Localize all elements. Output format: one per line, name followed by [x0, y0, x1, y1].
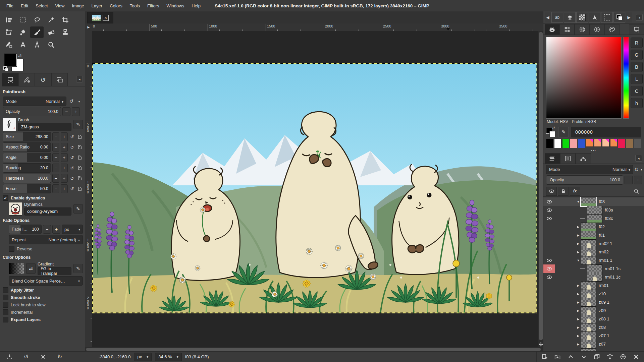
hardness-slider[interactable]: Hardness100.0	[3, 174, 51, 183]
opacity-slider[interactable]: Opacity 100.0	[3, 107, 61, 116]
dynamics-name-field[interactable]: coloring-Aryeom	[24, 207, 71, 216]
lock-brush-to-view-checkbox[interactable]	[3, 302, 8, 308]
menu-edit[interactable]: Edit	[17, 0, 32, 11]
size-slider[interactable]: Size298.00	[3, 132, 51, 141]
layer-row-rm01-1[interactable]: ▼rm01 1	[543, 256, 644, 264]
menu-select[interactable]: Select	[32, 0, 51, 11]
more-swatches-dots[interactable]: •••	[543, 148, 644, 153]
repeat-select[interactable]: Repeat None (extend)▾	[9, 235, 83, 244]
save-preset-icon[interactable]	[5, 353, 13, 361]
layer-thumbnail[interactable]	[581, 306, 596, 315]
vertical-ruler[interactable]: 0500100015002000	[85, 31, 92, 347]
alignment-tool[interactable]	[2, 14, 15, 25]
layer-row-rm02[interactable]: ▶rm02	[543, 248, 644, 256]
visibility-header-icon[interactable]	[546, 187, 557, 196]
menu-layer[interactable]: Layer	[88, 0, 106, 11]
layer-thumbnail[interactable]	[581, 331, 596, 340]
channel-button-R[interactable]: R	[631, 38, 643, 48]
reverse-checkbox[interactable]	[9, 246, 14, 252]
add-mask-button[interactable]	[619, 353, 628, 361]
scroll-right-icon[interactable]: ▶	[626, 12, 632, 22]
aspect-ratio-link-icon[interactable]	[76, 143, 83, 151]
layer-thumbnail[interactable]	[581, 281, 596, 290]
g radient-flip-icon[interactable]: ⇄	[26, 263, 36, 274]
fade-length-slider[interactable]: Fade l… 100	[9, 225, 42, 234]
layer-thumbnail[interactable]	[581, 256, 596, 265]
history-swatch[interactable]	[634, 139, 641, 148]
angle-decrement-button[interactable]: −	[52, 153, 59, 162]
layer-row-f02[interactable]: ▶f02	[543, 223, 644, 231]
horizontal-scrollbar-thumb[interactable]	[86, 348, 541, 351]
tab-cmyk[interactable]	[560, 24, 575, 35]
history-swatch[interactable]	[562, 139, 570, 148]
channel-button-B[interactable]: B	[631, 62, 643, 72]
layer-expander[interactable]: ▶	[576, 250, 581, 254]
history-swatch[interactable]	[554, 139, 561, 148]
brush-name-field[interactable]: ZM-grass	[18, 123, 71, 131]
vertical-scrollbar[interactable]	[538, 31, 543, 347]
spacing-slider[interactable]: Spacing20.0	[3, 163, 51, 173]
layer-expander[interactable]: ▶	[576, 309, 581, 312]
fg-bg-mini[interactable]: ⇄	[546, 127, 556, 137]
zoom-tool[interactable]	[44, 39, 58, 50]
tab-device-status[interactable]	[18, 73, 35, 86]
layer-thumbnail[interactable]	[581, 298, 596, 307]
layer-row-z09-1[interactable]: ▶z09 1	[543, 298, 644, 306]
layer-thumbnail[interactable]	[587, 264, 602, 273]
canvas-viewport[interactable]: 0500100015002000	[85, 31, 543, 347]
layer-thumbnail[interactable]	[581, 323, 596, 332]
tab-paths[interactable]	[576, 153, 591, 164]
layer-thumbnail[interactable]	[581, 340, 596, 349]
tab-channels[interactable]	[560, 153, 576, 164]
fade-unit-select[interactable]: px ▾	[62, 225, 83, 234]
scroll-left-icon[interactable]: ◀	[545, 12, 551, 22]
layer-opacity-slider[interactable]: Opacity 100.0	[546, 175, 623, 185]
channel-button-C[interactable]: C	[631, 86, 643, 96]
layer-expander[interactable]: ▶	[576, 292, 581, 296]
enable-dynamics-checkbox[interactable]: ✓	[3, 195, 8, 201]
foreground-background-colors[interactable]: ⇄	[4, 54, 25, 72]
eraser-tool[interactable]	[44, 26, 58, 38]
measure-tool[interactable]	[30, 39, 44, 50]
tab-images[interactable]	[51, 73, 68, 86]
layer-expander[interactable]: ▶	[576, 301, 581, 304]
angle-increment-button[interactable]: +	[61, 153, 68, 162]
layer-expander[interactable]: ▶	[576, 317, 581, 321]
hardness-increment-button[interactable]: +	[61, 174, 68, 183]
layer-thumbnail[interactable]	[581, 231, 596, 240]
layer-expander[interactable]: ▶	[576, 334, 581, 338]
spacing-reset-icon[interactable]: ↺	[69, 164, 75, 172]
history-swatch[interactable]	[578, 139, 585, 148]
layer-row-f03s[interactable]: f03s	[543, 206, 644, 214]
layer-visibility-toggle[interactable]	[543, 239, 555, 248]
duplicate-layer-button[interactable]	[593, 353, 601, 361]
layer-thumbnail[interactable]	[581, 223, 596, 231]
opacity-decrement-button[interactable]: −	[62, 107, 70, 116]
layer-visibility-toggle[interactable]	[543, 214, 555, 223]
blend-space-select[interactable]: Blend Color Space Perce… ▾	[9, 276, 83, 286]
angle-link-icon[interactable]	[76, 154, 83, 161]
colors-tab[interactable]	[613, 12, 625, 23]
apply-jitter-checkbox[interactable]	[3, 287, 8, 293]
layer-visibility-toggle[interactable]	[543, 331, 555, 340]
merge-layer-button[interactable]	[606, 353, 614, 361]
opacity-increment-button[interactable]: +	[72, 107, 80, 116]
layer-mode-select[interactable]: Mode Normal▾	[546, 165, 633, 174]
layer-thumbnail[interactable]	[581, 197, 596, 206]
menu-help[interactable]: Help	[188, 0, 204, 11]
spacing-decrement-button[interactable]: −	[52, 164, 59, 172]
saturation-value-square[interactable]	[546, 37, 622, 119]
layer-visibility-toggle[interactable]	[543, 197, 555, 206]
edit-color-icon[interactable]: ✎	[558, 127, 569, 137]
layer-visibility-toggle[interactable]	[543, 281, 555, 290]
layer-expander[interactable]: ▶	[576, 326, 581, 329]
default-colors-icon[interactable]	[3, 66, 8, 71]
dock-menu-icon[interactable]: ◂	[636, 14, 643, 21]
aspect-ratio-increment-button[interactable]: +	[61, 143, 68, 152]
layer-expander[interactable]: ▶	[576, 225, 581, 229]
layer-expander[interactable]: ▼	[576, 259, 581, 262]
layer-visibility-toggle[interactable]	[543, 273, 555, 281]
layer-row-z10[interactable]: ▶z10	[543, 290, 644, 298]
brush-thumbnail[interactable]	[3, 118, 16, 131]
incremental-checkbox[interactable]	[3, 309, 8, 315]
